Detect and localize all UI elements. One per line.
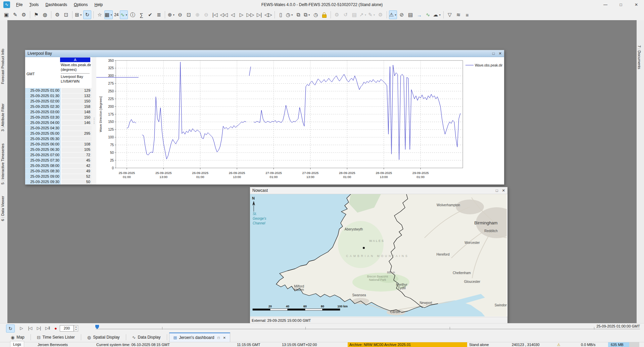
time-cell[interactable]: 25-09-2025 07:00 <box>25 153 61 158</box>
close-icon[interactable]: ✕ <box>502 188 505 193</box>
map-editor-icon[interactable]: ✎ <box>11 10 19 19</box>
tab-close-icon[interactable]: ✕ <box>223 336 226 340</box>
value-cell[interactable]: 50 <box>61 179 92 184</box>
value-cell[interactable]: 146 <box>61 120 92 126</box>
list-options-icon[interactable]: ≡ <box>463 10 471 19</box>
fit-period-icon[interactable]: ◁▷ <box>264 10 273 19</box>
step-back-button[interactable]: |◁ <box>26 324 34 332</box>
add-time-icon[interactable]: ◷ <box>312 10 320 19</box>
dashboard-layout-icon[interactable]: ⊞▼ <box>75 10 83 19</box>
record-button[interactable]: ● <box>52 324 60 332</box>
scroll-mode-icon[interactable]: ≣ <box>155 10 163 19</box>
warning-icon[interactable]: ⚠ <box>557 342 560 347</box>
chart-svg[interactable]: 0255075100125150175200225250275300325350… <box>96 57 504 184</box>
table-column-header[interactable]: A <box>60 57 90 62</box>
value-cell[interactable]: 52 <box>61 174 92 179</box>
time-settings-icon[interactable]: ◷▼ <box>286 10 294 19</box>
validation-icon[interactable]: ✔ <box>146 10 154 19</box>
time-cell[interactable]: 25-09-2025 05:00 <box>25 131 61 136</box>
menu-help[interactable]: Help <box>91 1 106 8</box>
fast-forward-icon[interactable]: ▷▷ <box>246 10 255 19</box>
go-first-icon[interactable]: |◁ <box>211 10 219 19</box>
status-archive-badge[interactable]: Archive: NRW MC00 Archive 2025.01 <box>348 342 467 347</box>
time-cell[interactable]: 25-09-2025 02:30 <box>25 104 61 110</box>
maximize-icon[interactable]: □ <box>496 188 498 193</box>
info-icon[interactable]: ⓘ <box>129 10 137 19</box>
time-cell[interactable]: 25-09-2025 04:30 <box>25 126 61 131</box>
time-cell[interactable]: 25-09-2025 05:30 <box>25 136 61 142</box>
refresh-icon[interactable]: ↻ <box>83 10 91 19</box>
logs-button[interactable]: Logs <box>10 341 24 347</box>
filter-icon[interactable]: ▽ <box>446 10 454 19</box>
go-last-icon[interactable]: ▷| <box>255 10 263 19</box>
nowcast-titlebar[interactable]: Nowcast □ ✕ <box>250 187 507 194</box>
paste-icon[interactable]: ⧉▼ <box>303 10 311 19</box>
table-display-icon[interactable]: ▦▼ <box>104 10 113 19</box>
minimize-icon[interactable]: — <box>598 0 613 9</box>
alerts-icon[interactable]: ⚠▼ <box>389 10 397 19</box>
time-cell[interactable]: 25-09-2025 08:30 <box>25 169 61 174</box>
value-cell[interactable]: 148 <box>61 110 92 115</box>
tab-jeroen-s-dashboard[interactable]: ⊞Jeroen's dashboard□✕ <box>169 333 230 342</box>
timeseries-chart[interactable]: 0255075100125150175200225250275300325350… <box>96 57 504 184</box>
tab-time-series-lister[interactable]: ⊟Time Series Lister <box>33 333 79 342</box>
zoom-rect-icon[interactable]: ⊡ <box>185 10 193 19</box>
forecast-display-icon[interactable]: ▣ <box>2 10 10 19</box>
value-cell[interactable]: 72 <box>61 153 92 158</box>
value-cell[interactable]: 45 <box>61 158 92 163</box>
time-cell[interactable]: 25-09-2025 06:30 <box>25 147 61 153</box>
map-svg[interactable]: NWolverhamptonBirminghamRedditchWorceste… <box>250 194 507 316</box>
play-button[interactable]: ▷ <box>17 324 26 332</box>
value-cell[interactable]: 132 <box>61 93 92 99</box>
value-cell[interactable] <box>61 136 92 142</box>
go-end-button[interactable]: ▷‖ <box>44 324 52 332</box>
value-cell[interactable]: 150 <box>61 99 92 104</box>
dock-tab-7-documents[interactable]: 7 : Documents <box>637 45 641 69</box>
value-cell[interactable]: 105 <box>61 147 92 153</box>
liverpool-bay-titlebar[interactable]: Liverpool Bay □ ✕ <box>25 50 504 57</box>
value-cell[interactable]: 150 <box>61 115 92 120</box>
value-cell[interactable]: 158 <box>61 104 92 110</box>
tab-data-display[interactable]: ∿Data Display <box>128 333 165 342</box>
ruler-icon[interactable]: ▯ <box>277 10 285 19</box>
time-cell[interactable]: 25-09-2025 09:30 <box>25 179 61 184</box>
value-cell[interactable] <box>61 126 92 131</box>
table-chart-splitter[interactable]: ⁞⁞ <box>92 57 96 184</box>
favorites-icon[interactable]: ☆ <box>96 10 104 19</box>
time-cell[interactable]: 25-09-2025 02:00 <box>25 99 61 104</box>
time-cell[interactable]: 25-09-2025 03:30 <box>25 115 61 120</box>
system-wrench-icon[interactable]: ⚙ <box>53 10 61 19</box>
step-backward-icon[interactable]: ◁ <box>229 10 237 19</box>
time-cell[interactable]: 25-09-2025 07:30 <box>25 158 61 163</box>
tab-maximize-icon[interactable]: □ <box>217 336 219 340</box>
tab-map[interactable]: ◉Map <box>7 333 29 342</box>
display-help-icon[interactable]: ⊡ <box>62 10 70 19</box>
weather-display-icon[interactable]: ☁▼ <box>433 10 441 19</box>
zoom-in-icon[interactable]: ⊕▼ <box>167 10 175 19</box>
chart-display-icon[interactable]: ∿▼ <box>120 10 128 19</box>
legend-label[interactable]: Wave.obs.peak.dir <box>475 63 503 67</box>
threshold-display-icon[interactable]: ⚑ <box>32 10 40 19</box>
time-cell[interactable]: 25-09-2025 03:00 <box>25 110 61 115</box>
tab-spatial-display[interactable]: ◍Spatial Display <box>83 333 124 342</box>
log-viewer-icon[interactable]: ▤ <box>406 10 414 19</box>
dock-tab-6-data-viewer[interactable]: 6 : Data Viewer <box>1 196 5 221</box>
close-icon[interactable]: ✕ <box>499 51 502 56</box>
time-cell[interactable]: 25-09-2025 01:00 <box>25 88 61 93</box>
close-icon[interactable]: ✕ <box>629 0 644 9</box>
statistics-icon[interactable]: ∑ <box>137 10 145 19</box>
zoom-out-icon[interactable]: ⊖ <box>176 10 184 19</box>
maximize-icon[interactable]: □ <box>492 51 495 56</box>
loop-playback-button[interactable]: ↻ <box>6 324 15 333</box>
value-cell[interactable]: 49 <box>61 169 92 174</box>
spatial-globe-icon[interactable]: ◍ <box>41 10 49 19</box>
menu-options[interactable]: Options <box>70 1 91 8</box>
step-forward-icon[interactable]: ▷ <box>238 10 246 19</box>
forward-arrow-icon[interactable]: → <box>415 10 423 19</box>
fast-backward-icon[interactable]: ◁◁ <box>219 10 228 19</box>
chart-tools-icon[interactable]: ⚙ <box>20 10 28 19</box>
value-cell[interactable]: 108 <box>61 142 92 147</box>
lock-icon[interactable] <box>320 10 329 19</box>
speed-stepper[interactable]: ▲▼ <box>74 325 78 332</box>
value-cell[interactable]: 129 <box>61 88 92 93</box>
